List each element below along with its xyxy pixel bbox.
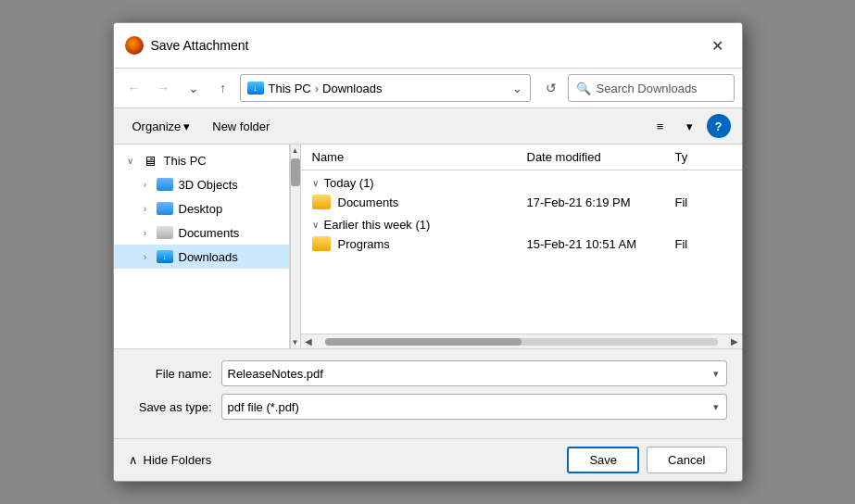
group-chevron-earlier: ∨ xyxy=(312,220,319,230)
toolbar: ← → ⌄ ↑ ↓ This PC › Downloads ⌄ ↺ 🔍 xyxy=(114,69,742,108)
folder-icon-desktop xyxy=(157,200,173,217)
group-chevron-today: ∨ xyxy=(312,178,319,188)
action-bar: Organize ▾ New folder ≡ ▾ ? xyxy=(114,108,742,145)
group-label-today: Today (1) xyxy=(324,176,374,190)
hscroll-right-arrow[interactable]: ▶ xyxy=(729,336,740,346)
expand-arrow-this-pc: ∨ xyxy=(125,156,136,166)
address-bar-folder-icon: ↓ xyxy=(246,79,265,97)
file-type-row: Save as type: ▾ xyxy=(129,394,727,420)
sidebar-item-documents[interactable]: › Documents xyxy=(114,220,289,245)
folder-icon-3d-objects xyxy=(157,176,173,193)
group-header-earlier[interactable]: ∨ Earlier this week (1) xyxy=(301,212,742,233)
file-type-documents: Fil xyxy=(675,195,731,209)
address-path: This PC › Downloads xyxy=(269,82,507,95)
file-type-input[interactable] xyxy=(228,400,711,414)
sidebar-item-desktop[interactable]: › Desktop xyxy=(114,196,289,220)
scroll-thumb[interactable] xyxy=(291,158,300,186)
main-content: ∨ 🖥 This PC › 3D Objects › De xyxy=(114,145,742,348)
file-item-name-documents: Documents xyxy=(312,195,527,209)
hscroll-thumb[interactable] xyxy=(325,338,522,346)
search-input[interactable] xyxy=(597,82,726,95)
help-button[interactable]: ? xyxy=(707,114,731,138)
search-icon: 🔍 xyxy=(576,82,591,95)
folder-icon-documents-file xyxy=(312,195,331,209)
sidebar-label-desktop: Desktop xyxy=(179,202,223,216)
column-header-date[interactable]: Date modified xyxy=(527,148,675,166)
file-date-programs: 15-Feb-21 10:51 AM xyxy=(527,237,675,251)
file-name-dropdown-arrow[interactable]: ▾ xyxy=(711,366,721,382)
view-dropdown-arrow: ▾ xyxy=(686,120,693,133)
new-folder-label: New folder xyxy=(212,120,270,133)
hide-folders-arrow: ∧ xyxy=(129,453,138,467)
save-attachment-dialog: Save Attachment ✕ ← → ⌄ ↑ ↓ This PC › Do… xyxy=(113,22,743,482)
new-folder-button[interactable]: New folder xyxy=(205,117,277,136)
sidebar-label-this-pc: This PC xyxy=(164,154,207,168)
title-bar: Save Attachment ✕ xyxy=(114,23,742,69)
forward-button[interactable]: → xyxy=(151,75,177,101)
file-name-input-wrap: ▾ xyxy=(221,360,727,386)
folder-icon-downloads: ↓ xyxy=(157,248,173,265)
hscroll-left-arrow[interactable]: ◀ xyxy=(303,336,314,346)
sidebar-item-this-pc[interactable]: ∨ 🖥 This PC xyxy=(114,148,289,172)
file-name-input[interactable] xyxy=(228,367,711,381)
view-button[interactable]: ≡ xyxy=(648,113,673,139)
expand-arrow-3d-objects: › xyxy=(140,180,151,190)
sidebar-item-3d-objects[interactable]: › 3D Objects xyxy=(114,172,289,196)
path-part-thispc: This PC xyxy=(269,82,311,95)
bottom-bar: ∧ Hide Folders Save Cancel xyxy=(114,438,742,481)
scroll-down-arrow[interactable]: ▼ xyxy=(290,336,301,348)
sidebar-label-3d-objects: 3D Objects xyxy=(179,178,238,192)
path-part-downloads: Downloads xyxy=(322,82,382,95)
save-button[interactable]: Save xyxy=(567,447,639,473)
back-button[interactable]: ← xyxy=(121,75,147,101)
file-type-label: Save as type: xyxy=(129,400,221,414)
app-icon xyxy=(125,36,144,55)
up-button[interactable]: ↑ xyxy=(210,75,236,101)
hscroll-track[interactable] xyxy=(325,338,718,346)
sidebar: ∨ 🖥 This PC › 3D Objects › De xyxy=(114,145,290,348)
action-bar-right: ≡ ▾ ? xyxy=(648,113,731,139)
pc-icon: 🖥 xyxy=(142,152,158,169)
file-item-programs[interactable]: Programs 15-Feb-21 10:51 AM Fil xyxy=(301,233,742,254)
file-list: ∨ Today (1) Documents 17-Feb-21 6:19 PM … xyxy=(301,170,742,334)
file-type-input-wrap: ▾ xyxy=(221,394,727,420)
file-name-programs: Programs xyxy=(338,237,390,251)
file-type-programs: Fil xyxy=(675,237,731,251)
hide-folders-button[interactable]: ∧ Hide Folders xyxy=(129,453,212,467)
form-area: File name: ▾ Save as type: ▾ xyxy=(114,348,742,438)
cancel-button[interactable]: Cancel xyxy=(647,447,726,473)
column-header-type[interactable]: Ty xyxy=(675,148,731,166)
path-separator-1: › xyxy=(315,82,319,95)
file-item-name-programs: Programs xyxy=(312,236,527,251)
view-dropdown-button[interactable]: ▾ xyxy=(677,113,703,139)
organize-label: Organize xyxy=(132,120,182,133)
file-name-documents: Documents xyxy=(338,195,399,209)
expand-arrow-documents: › xyxy=(140,228,151,238)
address-bar[interactable]: ↓ This PC › Downloads ⌄ xyxy=(240,74,531,102)
expand-arrow-downloads: › xyxy=(140,252,151,262)
refresh-button[interactable]: ↺ xyxy=(538,75,564,101)
folder-icon-programs xyxy=(312,236,331,251)
close-button[interactable]: ✕ xyxy=(705,32,731,58)
sidebar-item-downloads[interactable]: › ↓ Downloads xyxy=(114,245,289,269)
dialog-title: Save Attachment xyxy=(151,38,249,53)
file-name-row: File name: ▾ xyxy=(129,360,727,386)
address-dropdown-arrow[interactable]: ⌄ xyxy=(510,80,524,97)
file-item-documents[interactable]: Documents 17-Feb-21 6:19 PM Fil xyxy=(301,192,742,212)
file-date-documents: 17-Feb-21 6:19 PM xyxy=(527,195,675,209)
horizontal-scrollbar: ◀ ▶ xyxy=(301,334,742,348)
file-type-dropdown-arrow[interactable]: ▾ xyxy=(711,399,721,415)
file-list-header: Name Date modified Ty xyxy=(301,145,742,170)
organize-button[interactable]: Organize ▾ xyxy=(125,117,198,136)
search-box: 🔍 xyxy=(568,74,735,102)
path-dropdown-button[interactable]: ⌄ xyxy=(181,75,207,101)
group-header-today[interactable]: ∨ Today (1) xyxy=(301,170,742,192)
scroll-up-arrow[interactable]: ▲ xyxy=(290,145,301,157)
expand-arrow-desktop: › xyxy=(140,204,151,214)
bottom-buttons: Save Cancel xyxy=(567,447,726,473)
title-bar-left: Save Attachment xyxy=(125,36,249,55)
sidebar-label-documents: Documents xyxy=(179,226,240,240)
folder-icon-documents xyxy=(157,224,173,241)
column-header-name[interactable]: Name xyxy=(312,148,527,166)
view-icon: ≡ xyxy=(657,120,664,133)
